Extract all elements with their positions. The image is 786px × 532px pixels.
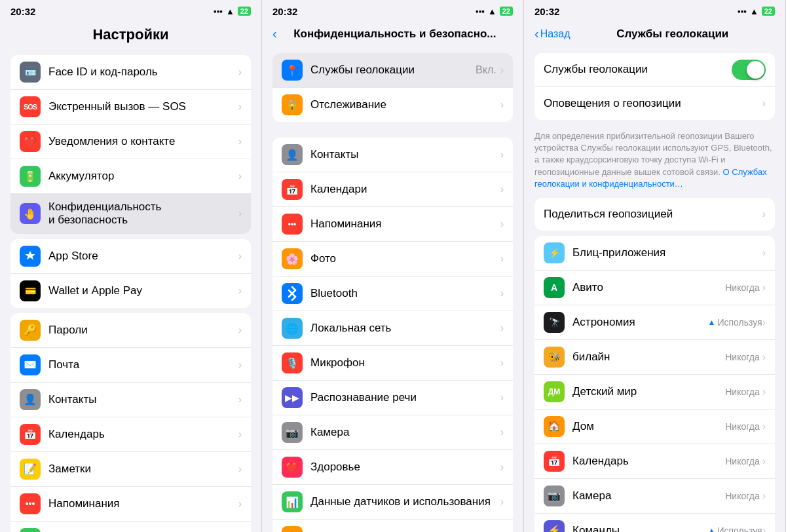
row-p-sensors[interactable]: 📊 Данные датчиков и использования › — [272, 485, 513, 520]
row-text-share: Поделиться геопозицией — [544, 208, 762, 221]
row-tracking[interactable]: 🔒 Отслеживание › — [272, 88, 513, 122]
tracking-label: Отслеживание — [310, 98, 500, 111]
privacy-label: Конфиденциальностьи безопасность — [48, 200, 238, 227]
back-button-3[interactable]: ‹ Назад — [534, 26, 571, 41]
row-reminders[interactable]: ••• Напоминания › — [10, 487, 251, 522]
row-location-services[interactable]: 📍 Службы геолокации Вкл. › — [272, 53, 513, 88]
p-bluetooth-label: Bluetooth — [310, 287, 500, 300]
row-app-astronomy[interactable]: 🔭 Астрономия ▲ Используя › — [534, 305, 775, 340]
wifi-icon-1: ▲ — [226, 7, 234, 16]
row-text-beeline: билайн — [572, 351, 725, 364]
row-p-photos[interactable]: 🌸 Фото › — [272, 242, 513, 276]
chevron-p-reminders: › — [500, 218, 504, 230]
row-location-toggle[interactable]: Службы геолокации — [534, 53, 775, 87]
chevron-p-contacts: › — [500, 149, 504, 161]
row-p-reminders[interactable]: ••• Напоминания › — [272, 207, 513, 242]
row-mail[interactable]: ✉️ Почта › — [10, 348, 251, 383]
row-battery[interactable]: 🔋 Аккумулятор › — [10, 159, 251, 194]
row-p-speech[interactable]: ▶▶ Распознавание речи › — [272, 381, 513, 415]
battery-icon-2: 22 — [500, 7, 513, 16]
chevron-avito: › — [762, 282, 766, 294]
shortcuts-label: Команды — [572, 524, 708, 532]
avito-icon: A — [544, 277, 565, 298]
row-p-homekit[interactable]: 🏠 HomeKit › — [272, 520, 513, 532]
row-text-astronomy: Астрономия — [572, 316, 708, 329]
privacy-scroll[interactable]: 📍 Службы геолокации Вкл. › 🔒 Отслеживани… — [262, 48, 523, 532]
row-text-location: Службы геолокации — [310, 64, 476, 77]
chevron-privacy: › — [238, 208, 242, 219]
row-text-p-contacts: Контакты — [310, 148, 500, 161]
settings-scroll[interactable]: 🪪 Face ID и код-пароль › SOS Экстренный … — [0, 50, 261, 532]
reminders-icon: ••• — [20, 493, 41, 514]
battery-icon-3: 22 — [762, 7, 775, 16]
row-privacy[interactable]: 🤚 Конфиденциальностьи безопасность › — [10, 194, 251, 234]
chevron-p-camera: › — [500, 427, 504, 438]
chevron-calendar-app: › — [762, 455, 766, 467]
shortcuts-value-wrapper: ▲ Используя — [708, 525, 762, 532]
row-sos[interactable]: SOS Экстренный вызов — SOS › — [10, 90, 251, 124]
calendar-app-icon: 📅 — [544, 451, 565, 472]
p-sensors-label: Данные датчиков и использования — [310, 495, 500, 508]
row-share-location[interactable]: Поделиться геопозицией › — [534, 198, 775, 231]
location-label: Службы геолокации — [310, 64, 476, 77]
notes-label: Заметки — [48, 463, 238, 476]
row-app-calendar[interactable]: 📅 Календарь Никогда › — [534, 444, 775, 479]
p-microphone-icon: 🎙️ — [282, 352, 303, 373]
row-text-loc-toggle: Службы геолокации — [544, 63, 732, 76]
row-app-blitz[interactable]: ⚡ Блиц-приложения › — [534, 236, 775, 271]
location-group-1: Службы геолокации Оповещения о геопозици… — [534, 53, 775, 120]
row-text-passwords: Пароли — [48, 324, 238, 337]
row-text-tracking: Отслеживание — [310, 98, 500, 111]
row-app-shortcuts[interactable]: ⚡ Команды ▲ Используя › — [534, 514, 775, 532]
row-text-contact: Уведомления о контакте — [48, 135, 238, 148]
row-p-health[interactable]: ❤️ Здоровье › — [272, 450, 513, 485]
location-group-apps: ⚡ Блиц-приложения › A Авито Никогда › 🔭 … — [534, 236, 775, 532]
row-app-detsmir[interactable]: ДМ Детский мир Никогда › — [534, 375, 775, 409]
page-title-1: Настройки — [10, 26, 251, 43]
status-time-2: 20:32 — [272, 6, 297, 17]
p-reminders-label: Напоминания — [310, 218, 500, 231]
row-text-p-microphone: Микрофон — [310, 356, 500, 370]
chevron-mail: › — [238, 359, 242, 371]
p-homekit-icon: 🏠 — [282, 526, 303, 532]
row-app-home[interactable]: 🏠 Дом Никогда › — [534, 409, 775, 444]
row-p-calendar[interactable]: 📅 Календари › — [272, 172, 513, 207]
row-passwords[interactable]: 🔑 Пароли › — [10, 313, 251, 348]
location-toggle[interactable] — [732, 60, 766, 80]
location-description: Для определения приблизительной геопозиц… — [524, 125, 785, 193]
row-appstore[interactable]: App Store › — [10, 239, 251, 274]
row-text-sos: Экстренный вызов — SOS — [48, 100, 238, 113]
chevron-calendar: › — [238, 428, 242, 440]
row-p-bluetooth[interactable]: Bluetooth › — [272, 276, 513, 311]
row-wallet[interactable]: 💳 Wallet и Apple Pay › — [10, 274, 251, 308]
row-p-contacts[interactable]: 👤 Контакты › — [272, 138, 513, 172]
chevron-faceid: › — [238, 66, 242, 78]
row-phone[interactable]: 📞 Телефон › — [10, 522, 251, 532]
beeline-label: билайн — [572, 351, 725, 364]
row-text-calendar: Календарь — [48, 428, 238, 441]
location-scroll[interactable]: Службы геолокации Оповещения о геопозици… — [524, 48, 785, 532]
row-text-p-speech: Распознавание речи — [310, 391, 500, 404]
back-button-2[interactable]: ‹ — [272, 26, 277, 41]
phone-icon: 📞 — [20, 528, 41, 532]
shortcuts-value: Используя — [717, 525, 762, 532]
row-location-notif[interactable]: Оповещения о геопозиции › — [534, 87, 775, 120]
row-p-microphone[interactable]: 🎙️ Микрофон › — [272, 346, 513, 381]
row-p-camera[interactable]: 📷 Камера › — [272, 415, 513, 450]
row-faceid[interactable]: 🪪 Face ID и код-пароль › — [10, 55, 251, 90]
row-calendar[interactable]: 📅 Календарь › — [10, 417, 251, 452]
row-p-localnet[interactable]: 🌐 Локальная сеть › — [272, 311, 513, 346]
row-text-mail: Почта — [48, 358, 238, 371]
row-app-avito[interactable]: A Авито Никогда › — [534, 271, 775, 305]
passwords-label: Пароли — [48, 324, 238, 337]
faceid-label: Face ID и код-пароль — [48, 66, 238, 79]
status-icons-1: ▪▪▪ ▲ 22 — [214, 7, 251, 16]
avito-value: Никогда — [725, 282, 759, 293]
row-notes[interactable]: 📝 Заметки › — [10, 452, 251, 487]
settings-group-2: App Store › 💳 Wallet и Apple Pay › — [10, 239, 251, 308]
row-contacts[interactable]: 👤 Контакты › — [10, 383, 251, 417]
row-app-camera[interactable]: 📷 Камера Никогда › — [534, 479, 775, 514]
row-app-beeline[interactable]: 🐝 билайн Никогда › — [534, 340, 775, 375]
row-contact-notif[interactable]: ❤️ Уведомления о контакте › — [10, 124, 251, 159]
page-title-2: Конфиденциальность и безопасно... — [277, 28, 513, 41]
